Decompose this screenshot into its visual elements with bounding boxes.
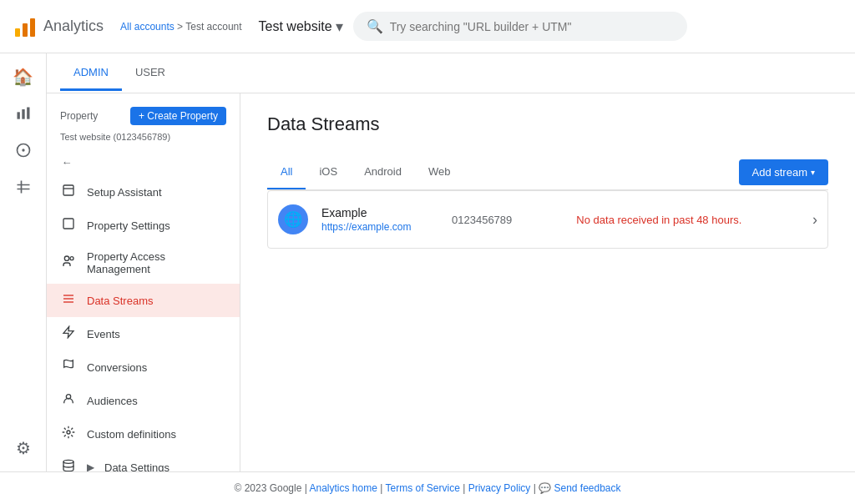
- sidebar-item-label: Setup Assistant: [87, 186, 162, 199]
- stream-status-prefix: No data received in: [576, 214, 673, 226]
- account-selector[interactable]: Test website ▾: [259, 18, 343, 36]
- dropdown-arrow-icon: ▾: [336, 18, 343, 36]
- sidebar-item-label: Property Settings: [87, 219, 170, 232]
- svg-point-11: [64, 256, 68, 260]
- search-bar: 🔍: [353, 12, 687, 41]
- sidebar-icon-home[interactable]: 🏠: [7, 60, 40, 93]
- sidebar-item-property-settings[interactable]: Property Settings: [47, 209, 240, 242]
- stream-chevron-icon: ›: [812, 211, 817, 229]
- stream-id: 0123456789: [452, 214, 563, 226]
- main-layout: 🏠 ⚙ ADMIN USER Property + Create Propert…: [0, 53, 855, 471]
- footer-link-analytics-home[interactable]: Analytics home: [310, 482, 377, 494]
- back-button[interactable]: ←: [53, 149, 80, 175]
- svg-rect-5: [27, 108, 29, 119]
- property-header: Property + Create Property: [47, 100, 240, 132]
- sidebar-item-label: Data Settings: [104, 461, 169, 472]
- sidebar-item-custom-definitions[interactable]: Custom definitions: [47, 417, 240, 451]
- stream-info: Example https://example.com: [321, 206, 438, 233]
- add-stream-label: Add stream: [752, 166, 807, 179]
- tab-admin[interactable]: ADMIN: [60, 56, 122, 91]
- tabs-bar: ADMIN USER: [47, 53, 855, 93]
- svg-rect-4: [22, 109, 24, 119]
- page-title: Data Streams: [267, 113, 828, 135]
- property-settings-icon: [60, 217, 77, 234]
- property-subtitle: Test website (0123456789): [47, 132, 240, 149]
- setup-assistant-icon: [60, 184, 77, 200]
- sidebar-item-data-streams[interactable]: Data Streams: [47, 284, 240, 317]
- sidebar-item-label: Audiences: [87, 395, 138, 407]
- expand-icon: ▶: [87, 461, 94, 471]
- svg-rect-2: [30, 18, 35, 37]
- sidebar-item-conversions[interactable]: Conversions: [47, 350, 240, 384]
- sidebar-item-label: Data Streams: [87, 295, 153, 307]
- property-access-icon: [60, 255, 77, 271]
- sidebar-item-property-access[interactable]: Property Access Management: [47, 242, 240, 284]
- footer: © 2023 Google | Analytics home | Terms o…: [0, 471, 855, 504]
- tab-user[interactable]: USER: [122, 56, 179, 91]
- footer-feedback: 💬: [539, 482, 554, 494]
- sidebar-item-events[interactable]: Events: [47, 317, 240, 350]
- sidebar-icon-reports[interactable]: [7, 97, 40, 130]
- filter-tab-ios[interactable]: iOS: [306, 155, 351, 189]
- two-col-layout: Property + Create Property Test website …: [47, 93, 855, 471]
- breadcrumb: All accounts > Test account: [120, 21, 242, 33]
- breadcrumb-account: Test account: [185, 21, 241, 33]
- filter-tab-android[interactable]: Android: [351, 155, 415, 189]
- svg-point-18: [63, 460, 73, 463]
- stream-url: https://example.com: [321, 221, 438, 233]
- website-name: Test website: [259, 19, 332, 34]
- stream-name: Example: [321, 206, 438, 219]
- footer-copyright: © 2023 Google: [234, 482, 301, 494]
- svg-point-7: [23, 149, 24, 151]
- logo-area: Analytics: [13, 15, 110, 38]
- search-input[interactable]: [390, 20, 674, 33]
- filter-tab-web[interactable]: Web: [415, 155, 464, 189]
- svg-rect-8: [63, 185, 73, 195]
- property-label: Property: [60, 110, 98, 122]
- svg-rect-0: [15, 28, 20, 37]
- svg-point-12: [70, 257, 73, 260]
- data-streams-icon: [60, 292, 77, 309]
- sidebar-item-label: Property Access Management: [87, 250, 226, 275]
- stream-status-highlight: past 48 hours: [673, 214, 739, 226]
- sidebar-item-audiences[interactable]: Audiences: [47, 384, 240, 417]
- sidebar-item-label: Conversions: [87, 361, 147, 374]
- footer-send-feedback[interactable]: Send feedback: [554, 482, 620, 494]
- footer-link-privacy[interactable]: Privacy Policy: [468, 482, 531, 494]
- breadcrumb-all-accounts[interactable]: All accounts: [120, 21, 175, 33]
- custom-definitions-icon: [60, 426, 77, 442]
- sidebar-icon-settings[interactable]: ⚙: [7, 431, 40, 465]
- svg-point-17: [67, 431, 70, 434]
- analytics-logo-icon: [13, 15, 37, 38]
- events-icon: [60, 325, 77, 342]
- stream-globe-icon: 🌐: [278, 204, 308, 234]
- content-area: ADMIN USER Property + Create Property Te…: [47, 53, 855, 471]
- sidebar-icon-advertising[interactable]: [7, 170, 40, 204]
- sidebar-icons: 🏠 ⚙: [0, 53, 47, 471]
- filter-tabs: All iOS Android Web Add stream ▾: [267, 155, 828, 190]
- add-stream-arrow-icon: ▾: [811, 168, 815, 177]
- add-stream-button[interactable]: Add stream ▾: [739, 159, 828, 185]
- app-title: Analytics: [43, 18, 104, 35]
- stream-status-suffix: .: [739, 214, 742, 226]
- svg-rect-1: [23, 23, 28, 37]
- search-icon: 🔍: [367, 18, 383, 34]
- conversions-icon: [60, 359, 77, 375]
- sidebar-item-setup-assistant[interactable]: Setup Assistant: [47, 175, 240, 209]
- stream-status: No data received in past 48 hours.: [576, 214, 799, 226]
- header: Analytics All accounts > Test account Te…: [0, 0, 855, 53]
- sidebar-item-label: Custom definitions: [87, 428, 176, 441]
- svg-rect-10: [63, 219, 73, 229]
- stream-row[interactable]: 🌐 Example https://example.com 0123456789…: [267, 190, 828, 249]
- filter-tab-all[interactable]: All: [267, 155, 306, 189]
- main-content: Data Streams All iOS Android Web Add str…: [240, 93, 855, 471]
- breadcrumb-sep: >: [177, 21, 185, 33]
- create-property-button[interactable]: + Create Property: [130, 107, 226, 125]
- data-settings-icon: [60, 459, 77, 471]
- filter-tabs-right: Add stream ▾: [739, 159, 828, 185]
- audiences-icon: [60, 392, 77, 409]
- sidebar-icon-explore[interactable]: [7, 134, 40, 167]
- left-nav: Property + Create Property Test website …: [47, 93, 240, 471]
- footer-link-terms[interactable]: Terms of Service: [385, 482, 459, 494]
- sidebar-item-data-settings[interactable]: ▶ Data Settings: [47, 451, 240, 471]
